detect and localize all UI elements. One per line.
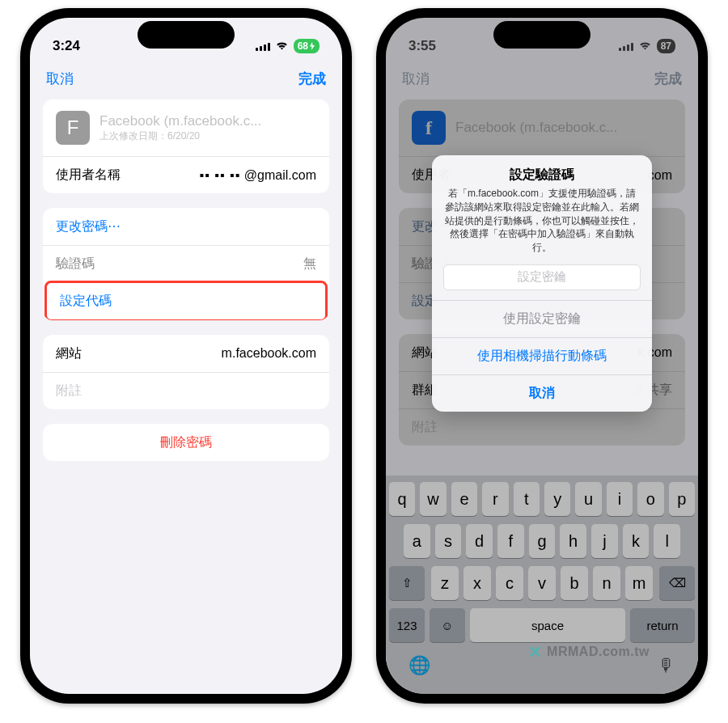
watermark-icon: ✕ (528, 642, 543, 662)
nav-bar: 取消 完成 (30, 63, 342, 99)
watermark: ✕ MRMAD.com.tw (528, 642, 650, 662)
change-password-link[interactable]: 更改密碼⋯ (43, 208, 329, 245)
cancel-button[interactable]: 取消 (46, 70, 74, 88)
done-button[interactable]: 完成 (298, 70, 326, 88)
verification-label: 驗證碼 (56, 256, 95, 273)
account-title: Facebook (m.facebook.c... (99, 113, 316, 129)
phone-right: 3:55 87 取消 完成 f Faceboo (376, 8, 708, 704)
battery-icon: 68 (294, 39, 320, 53)
app-icon: F (56, 111, 90, 145)
username-label: 使用者名稱 (56, 167, 121, 184)
dynamic-island (493, 21, 590, 49)
verification-value: 無 (303, 256, 316, 273)
sheet-cancel-button[interactable]: 取消 (432, 374, 652, 412)
username-row[interactable]: 使用者名稱 ▪▪ ▪▪ ▪▪ @gmail.com (43, 156, 329, 193)
setup-key-input[interactable]: 設定密鑰 (443, 264, 641, 290)
screen-right: 3:55 87 取消 完成 f Faceboo (386, 18, 698, 694)
phone-left: 3:24 68 取消 完成 F Faceboo (20, 8, 352, 704)
username-masked: ▪▪ ▪▪ ▪▪ (199, 168, 240, 182)
last-modified: 上次修改日期：6/20/20 (99, 129, 316, 143)
notes-row[interactable]: 附註 (43, 372, 329, 409)
cellular-icon (256, 41, 270, 51)
wifi-icon (275, 40, 289, 53)
screen-left: 3:24 68 取消 完成 F Faceboo (30, 18, 342, 694)
verification-row: 驗證碼 無 (43, 245, 329, 282)
website-row[interactable]: 網站 m.facebook.com (43, 335, 329, 372)
dynamic-island (138, 21, 235, 49)
status-time: 3:24 (53, 38, 80, 54)
sheet-message: 若「m.facebook.com」支援使用驗證碼，請參訪該網站來取得設定密鑰並在… (432, 187, 652, 264)
delete-password-button[interactable]: 刪除密碼 (43, 424, 329, 461)
website-value: m.facebook.com (222, 346, 316, 361)
scan-qr-button[interactable]: 使用相機掃描行動條碼 (432, 337, 652, 374)
setup-verification-sheet: 設定驗證碼 若「m.facebook.com」支援使用驗證碼，請參訪該網站來取得… (432, 155, 652, 412)
setup-code-link[interactable]: 設定代碼 (44, 281, 328, 320)
account-card: F Facebook (m.facebook.c... 上次修改日期：6/20/… (43, 99, 329, 193)
username-domain: @gmail.com (244, 168, 316, 182)
sheet-title: 設定驗證碼 (432, 155, 652, 187)
website-label: 網站 (56, 345, 82, 362)
use-setup-key-button[interactable]: 使用設定密鑰 (432, 300, 652, 337)
